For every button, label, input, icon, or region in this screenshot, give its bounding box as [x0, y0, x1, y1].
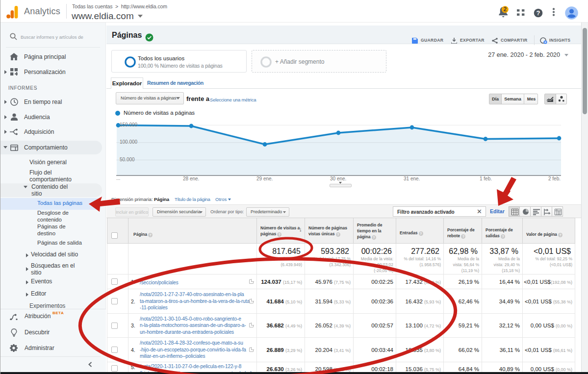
svg-text:?: ? — [537, 9, 540, 17]
svg-text:2: 2 — [503, 6, 507, 13]
